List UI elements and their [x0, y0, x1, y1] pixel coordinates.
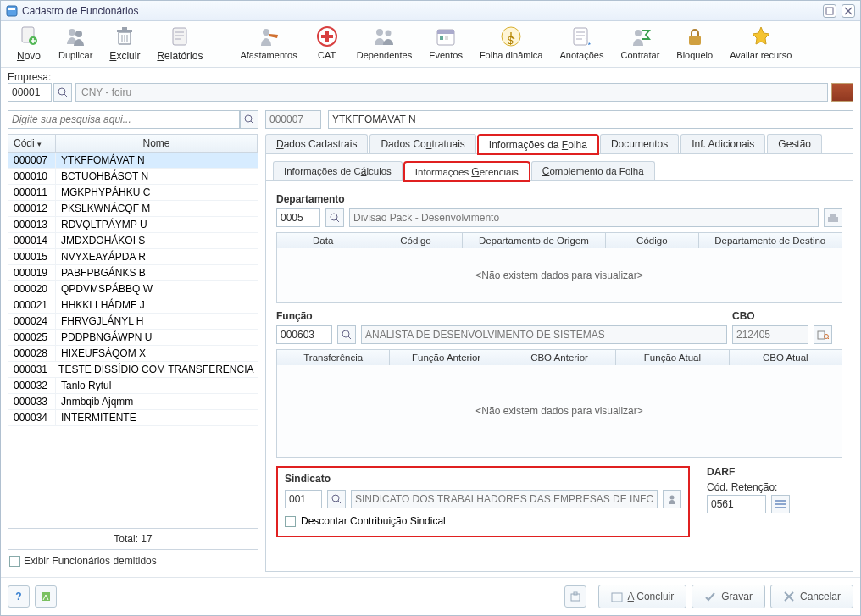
fun-col-cboant: CBO Anterior — [503, 350, 616, 365]
col-nome[interactable]: Nome — [56, 135, 258, 152]
table-row[interactable]: 000034INTERMITENTE — [8, 410, 258, 426]
svg-rect-8 — [117, 30, 132, 32]
table-row[interactable]: 000012PKSLKWNÁCQF M — [8, 201, 258, 217]
darf-code[interactable] — [707, 495, 766, 513]
subtab-gerenciais[interactable]: Informações Gerenciais — [404, 162, 530, 181]
anotacoes-button[interactable]: Anotações — [551, 25, 612, 60]
table-row[interactable]: 000032Tanlo Rytul — [8, 378, 258, 394]
tab-dados-cadastrais[interactable]: Dados Cadastrais — [265, 134, 368, 153]
svg-rect-2 — [826, 8, 833, 14]
cbo-extra-button[interactable] — [814, 325, 832, 344]
close-button[interactable] — [842, 4, 855, 18]
attach-button[interactable] — [564, 585, 586, 608]
tab-gestao[interactable]: Gestão — [767, 134, 822, 153]
table-row[interactable]: 000015NVYXEAYÁPDA R — [8, 249, 258, 265]
gravar-button[interactable]: Gravar — [692, 585, 765, 608]
tab-informacoes-folha[interactable]: Informações da Folha — [478, 135, 598, 154]
darf-group: DARF Cód. Retenção: — [707, 466, 842, 537]
subtab-complemento[interactable]: Complemento da Folha — [531, 161, 655, 180]
grid-body[interactable]: 000007YTKFFOMÁVAT N000010BCTUOHBÁSOT N00… — [8, 153, 258, 528]
table-row[interactable]: 000019PABFPBGÁNKS B — [8, 265, 258, 281]
funcao-lookup[interactable] — [337, 325, 356, 344]
svg-point-27 — [245, 115, 252, 122]
novo-button[interactable]: Novo — [8, 25, 50, 62]
table-row[interactable]: 000020QPDVMSPÁBBQ W — [8, 281, 258, 297]
employee-grid: Códi ▾ Nome 000007YTKFFOMÁVAT N000010BCT… — [8, 134, 258, 550]
sindicato-title: Sindicato — [285, 473, 681, 485]
exibir-demitidos-checkbox[interactable] — [9, 556, 20, 567]
duplicar-button[interactable]: Duplicar — [50, 25, 101, 60]
table-row[interactable]: 000025PDDPBNGÁWPN U — [8, 330, 258, 346]
svg-rect-30 — [830, 214, 836, 217]
sindicato-desc — [351, 490, 658, 508]
svg-point-16 — [386, 31, 392, 36]
folha-dinamica-button[interactable]: $Folha dinâmica — [471, 25, 552, 60]
relatorios-button[interactable]: Relatórios — [148, 25, 211, 62]
cat-button[interactable]: CAT — [306, 25, 348, 60]
table-row[interactable]: 000011MGKPHYPÁHKU C — [8, 185, 258, 201]
search-button[interactable] — [240, 110, 258, 129]
empresa-code-input[interactable] — [8, 83, 52, 102]
svg-rect-32 — [818, 331, 825, 339]
bloqueio-button[interactable]: Bloqueio — [668, 25, 721, 60]
darf-label: Cód. Retenção: — [707, 481, 842, 493]
table-row[interactable]: 000028HIXEUFSÁQOM X — [8, 346, 258, 362]
dep-col-cod2: Código — [606, 233, 698, 248]
tool-button[interactable] — [35, 585, 57, 608]
tab-dados-contratuais[interactable]: Dados Contratuais — [369, 134, 475, 153]
svg-rect-25 — [689, 36, 701, 45]
funcao-desc — [361, 325, 727, 344]
col-codigo[interactable]: Códi ▾ — [8, 135, 56, 152]
fun-col-fant: Função Anterior — [390, 350, 503, 365]
svg-rect-9 — [122, 27, 127, 30]
cancelar-button[interactable]: Cancelar — [770, 585, 853, 608]
table-row[interactable]: 000013RDVQLTPÁYMP U — [8, 217, 258, 233]
svg-rect-10 — [173, 28, 186, 45]
empresa-lookup-button[interactable] — [53, 83, 72, 102]
help-button[interactable]: ? — [8, 585, 30, 608]
table-row[interactable]: 000007YTKFFOMÁVAT N — [8, 153, 258, 169]
left-pane: Códi ▾ Nome 000007YTKFFOMÁVAT N000010BCT… — [8, 110, 258, 572]
excluir-button[interactable]: Excluir — [101, 25, 148, 62]
afastamentos-button[interactable]: Afastamentos — [231, 25, 305, 60]
empresa-color-button[interactable] — [831, 83, 853, 102]
window-title: Cadastro de Funcionários — [22, 5, 818, 17]
avaliar-recurso-button[interactable]: Avaliar recurso — [721, 25, 800, 60]
sindicato-code[interactable] — [285, 490, 322, 508]
table-row[interactable]: 000033Jnmbqib Ajqmm — [8, 394, 258, 410]
departamento-lookup[interactable] — [325, 208, 344, 227]
svg-rect-39 — [612, 593, 622, 602]
right-pane: Dados Cadastrais Dados Contratuais Infor… — [265, 110, 853, 572]
search-input[interactable] — [8, 110, 240, 129]
darf-list-button[interactable] — [771, 495, 790, 513]
grid-total: Total: 17 — [8, 528, 258, 549]
sindicato-person-button[interactable] — [663, 490, 681, 508]
detail-name[interactable] — [328, 110, 853, 129]
dependentes-button[interactable]: Dependentes — [348, 25, 420, 60]
tab-documentos[interactable]: Documentos — [600, 134, 679, 153]
eventos-button[interactable]: Eventos — [420, 25, 471, 60]
grid-header: Códi ▾ Nome — [8, 135, 258, 153]
svg-rect-20 — [445, 36, 448, 40]
sindicato-group: Sindicato Descontar Contribuição Sindica… — [276, 466, 690, 537]
funcao-code[interactable] — [276, 325, 332, 344]
table-row[interactable]: 000010BCTUOHBÁSOT N — [8, 169, 258, 185]
fun-col-fatu: Função Atual — [616, 350, 729, 365]
sindicato-lookup[interactable] — [327, 490, 346, 508]
detail-code — [265, 110, 321, 129]
departamento-desc — [349, 208, 819, 227]
minimize-button[interactable] — [823, 4, 836, 18]
departamento-extra-button[interactable] — [824, 208, 842, 227]
tab-inf-adicionais[interactable]: Inf. Adicionais — [680, 134, 765, 153]
departamento-code[interactable] — [276, 208, 320, 227]
svg-point-15 — [376, 29, 383, 36]
table-row[interactable]: 000031TESTE DISSÍDIO COM TRANSFERENCIA — [8, 362, 258, 378]
table-row[interactable]: 000021HHKKLLHÁDMF J — [8, 297, 258, 314]
table-row[interactable]: 000014JMDXDOHÁKOI S — [8, 233, 258, 249]
subtab-calculos[interactable]: Informações de Cálculos — [273, 161, 403, 180]
contratar-button[interactable]: Contratar — [612, 25, 668, 60]
table-row[interactable]: 000024FHRVGJLÁNYL H — [8, 314, 258, 330]
dep-empty: <Não existem dados para visualizar> — [277, 248, 842, 302]
descontar-checkbox[interactable] — [285, 516, 296, 527]
concluir-button[interactable]: A Concluir — [598, 585, 687, 608]
